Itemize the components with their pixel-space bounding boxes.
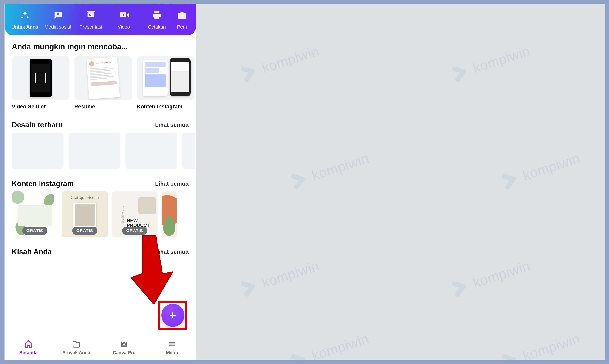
try-card-mobile-video[interactable]: Video Seluler — [12, 56, 69, 110]
try-cards-row: Video Seluler CANTIKA RAMLAN Resume — [12, 56, 189, 110]
watermark-text: kompiwin — [521, 150, 582, 183]
nav-label: Proyek Anda — [62, 350, 90, 355]
recent-section-title: Desain terbaru — [12, 121, 63, 129]
instagram-see-all-link[interactable]: Lihat semua — [155, 181, 189, 187]
watermark-text: kompiwin — [471, 258, 532, 291]
tab-label: Media sosial — [41, 24, 74, 30]
presentation-icon — [74, 9, 107, 21]
bottom-navigation: Beranda Proyek Anda Canva Pro Menu — [5, 335, 196, 360]
tab-presentation[interactable]: Presentasi — [74, 9, 107, 30]
tab-label: Untuk Anda — [8, 24, 41, 30]
plus-icon — [168, 311, 177, 320]
template-side-text: creativesite — [121, 205, 124, 223]
nav-canva-pro[interactable]: Canva Pro — [100, 335, 148, 360]
try-card-label: Resume — [74, 104, 132, 110]
story-section-title: Kisah Anda — [12, 248, 52, 256]
nav-menu[interactable]: Menu — [148, 335, 196, 360]
tab-print[interactable]: Cetakan — [140, 9, 173, 30]
crown-icon — [120, 340, 129, 349]
watermark-text: kompiwin — [310, 330, 371, 360]
tab-label: Video — [107, 24, 140, 30]
instagram-template-card[interactable]: Cratique Scenn GRATIS — [62, 191, 108, 237]
try-card-label: Video Seluler — [12, 104, 69, 110]
story-see-all-link[interactable]: Lihat semua — [155, 248, 189, 255]
instagram-section-title: Konten Instagram — [12, 180, 74, 188]
instagram-template-card[interactable]: creativesite NEWPRODUCT GRATIS — [112, 191, 158, 237]
recent-cards-row — [12, 132, 189, 169]
nav-label: Menu — [166, 350, 178, 355]
watermark-text: kompiwin — [260, 43, 321, 76]
page-frame: kompiwin kompiwin kompiwin kompiwin komp… — [4, 4, 605, 360]
heart-bubble-icon — [41, 9, 74, 21]
resume-name: CANTIKA RAMLAN — [95, 61, 111, 65]
template-title: Cratique Scenn — [62, 195, 108, 200]
tab-social-media[interactable]: Media sosial — [41, 9, 74, 30]
sparkle-icon — [8, 9, 41, 21]
watermark-text: kompiwin — [310, 150, 371, 183]
watermark-text: kompiwin — [260, 258, 321, 291]
tab-for-you[interactable]: Untuk Anda — [8, 9, 41, 30]
annotation-highlight-box — [158, 301, 187, 330]
nav-label: Canva Pro — [113, 350, 136, 355]
try-thumb: CANTIKA RAMLAN — [74, 56, 132, 100]
create-new-button[interactable] — [161, 304, 184, 327]
home-icon — [24, 340, 33, 349]
try-card-instagram-content[interactable]: Konten Instagram — [137, 56, 194, 110]
free-badge: GRATIS — [22, 227, 47, 235]
nav-label: Beranda — [19, 350, 38, 355]
instagram-template-card[interactable]: GRATIS — [12, 191, 58, 237]
tab-label: Presentasi — [74, 24, 107, 30]
folder-icon — [72, 340, 81, 349]
instagram-cards-row: GRATIS Cratique Scenn GRATIS creativesit… — [12, 191, 189, 237]
try-card-label: Konten Instagram — [137, 104, 194, 110]
main-content: Anda mungkin ingin mencoba... Video Selu… — [5, 36, 196, 256]
camera-icon — [173, 9, 191, 21]
tab-label: Cetakan — [140, 24, 173, 30]
try-thumb — [12, 56, 69, 100]
nav-projects[interactable]: Proyek Anda — [52, 335, 100, 360]
watermark-text: kompiwin — [471, 43, 532, 76]
app-viewport: Untuk Anda Media sosial Presentasi — [4, 4, 196, 360]
try-thumb — [137, 56, 194, 100]
menu-icon — [168, 340, 176, 349]
recent-card[interactable] — [12, 132, 64, 169]
tab-more[interactable]: Pem — [173, 9, 191, 30]
printer-icon — [140, 9, 173, 21]
watermark-text: kompiwin — [521, 330, 582, 360]
recent-card[interactable] — [125, 132, 177, 169]
tab-label: Pem — [173, 24, 191, 30]
try-section-title: Anda mungkin ingin mencoba... — [12, 42, 189, 51]
free-badge: GRATIS — [122, 227, 147, 235]
video-icon — [107, 9, 140, 21]
nav-home[interactable]: Beranda — [5, 335, 52, 360]
tab-video[interactable]: Video — [107, 9, 140, 30]
free-badge: GRATIS — [72, 227, 97, 235]
header: Untuk Anda Media sosial Presentasi — [5, 4, 196, 36]
category-tabs: Untuk Anda Media sosial Presentasi — [5, 9, 196, 30]
recent-see-all-link[interactable]: Lihat semua — [155, 122, 189, 128]
recent-card[interactable] — [182, 132, 196, 169]
recent-card[interactable] — [69, 132, 120, 169]
instagram-template-card[interactable] — [161, 191, 177, 237]
template-big-text: NEWPRODUCT — [127, 218, 150, 228]
try-card-resume[interactable]: CANTIKA RAMLAN Resume — [74, 56, 132, 110]
